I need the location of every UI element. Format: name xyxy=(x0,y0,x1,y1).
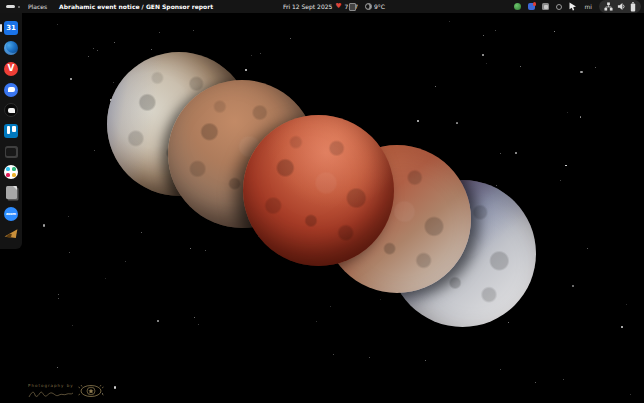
photographer-watermark: Photography by xyxy=(28,383,104,399)
star xyxy=(417,120,419,122)
dock-item-vivaldi[interactable]: V xyxy=(3,61,19,77)
star xyxy=(58,298,59,299)
star xyxy=(114,386,116,388)
volume-icon xyxy=(617,2,626,11)
star xyxy=(260,53,261,54)
heart-icon: ♥ xyxy=(335,3,341,10)
star xyxy=(580,71,582,73)
tray-clipboard-icon[interactable] xyxy=(542,3,549,10)
dock-item-trello[interactable] xyxy=(3,123,19,139)
star xyxy=(198,324,199,325)
star xyxy=(500,153,501,154)
zoom-icon: zoom xyxy=(4,207,18,221)
system-status-menu[interactable] xyxy=(599,0,641,13)
star xyxy=(554,31,556,33)
workspace-dot[interactable] xyxy=(18,6,20,8)
signature-scribble xyxy=(28,389,74,399)
terminal-icon xyxy=(5,146,18,158)
focused-window-title[interactable]: Abrahamic event notice / GEN Sponsor rep… xyxy=(59,3,213,10)
eye-logo-icon xyxy=(78,383,104,399)
weather-moon-icon xyxy=(365,3,372,10)
star xyxy=(94,150,95,151)
chat-app-icon xyxy=(4,103,18,117)
dock-item-documents[interactable] xyxy=(3,185,19,201)
star xyxy=(105,278,106,279)
star xyxy=(560,180,561,181)
weather-indicator[interactable]: 9°C xyxy=(365,3,385,10)
dock-item-signal[interactable] xyxy=(3,82,19,98)
star xyxy=(495,30,496,31)
star xyxy=(57,24,58,25)
star xyxy=(482,54,484,56)
star xyxy=(43,224,45,226)
dock-item-kiwix[interactable] xyxy=(3,226,19,242)
dock-item-zoom[interactable]: zoom xyxy=(3,206,19,222)
dock-item-terminal[interactable] xyxy=(3,144,19,160)
star xyxy=(496,185,497,186)
star xyxy=(580,116,582,118)
temperature-label: 9°C xyxy=(374,3,385,10)
star xyxy=(520,66,521,67)
star xyxy=(425,360,426,361)
trello-icon xyxy=(4,124,18,138)
tray-cursor-icon[interactable] xyxy=(569,2,577,11)
top-bar: Places Abrahamic event notice / GEN Spon… xyxy=(0,0,644,13)
star xyxy=(565,165,567,167)
star xyxy=(97,50,98,51)
star xyxy=(141,232,142,233)
watermark-text: Photography by xyxy=(28,383,74,388)
desktop: Photography by Places Abrahamic event no… xyxy=(0,0,644,403)
star xyxy=(316,321,317,322)
star xyxy=(93,48,94,49)
dock: 31 V zoom xyxy=(0,13,22,249)
star xyxy=(486,63,487,64)
tray-chat-app-icon[interactable] xyxy=(528,3,535,10)
indicator-icon[interactable] xyxy=(349,3,356,11)
wallpaper: Photography by xyxy=(0,0,644,403)
star xyxy=(515,152,517,154)
star xyxy=(57,367,58,368)
star xyxy=(621,326,623,328)
clock-date: Fri 12 Sept 2025 xyxy=(283,3,332,10)
star xyxy=(456,122,458,124)
star xyxy=(630,394,631,395)
star xyxy=(508,322,509,323)
star xyxy=(380,299,381,300)
dock-item-chat-app[interactable] xyxy=(3,102,19,118)
active-workspace-pill[interactable] xyxy=(6,5,15,9)
star xyxy=(194,317,195,318)
network-icon xyxy=(604,2,613,11)
star xyxy=(626,304,627,305)
tray-green-app-icon[interactable] xyxy=(514,3,521,10)
dock-item-google-calendar[interactable]: 31 xyxy=(3,20,19,36)
star xyxy=(251,55,252,56)
star xyxy=(157,320,159,322)
tray-gear-icon[interactable] xyxy=(556,4,562,10)
keyboard-layout-indicator[interactable]: mi xyxy=(584,3,592,10)
workspace-indicator[interactable] xyxy=(6,5,20,9)
moon-phase-total-eclipse xyxy=(243,115,394,266)
star xyxy=(70,78,72,80)
star xyxy=(595,67,596,68)
kiwix-icon xyxy=(3,226,19,242)
clock-menu[interactable]: Fri 12 Sept 2025 ♥ 7:27 xyxy=(283,3,358,10)
star xyxy=(572,285,574,287)
star xyxy=(193,30,194,31)
google-calendar-icon: 31 xyxy=(4,21,18,35)
star xyxy=(113,82,114,83)
dock-item-slack[interactable] xyxy=(3,164,19,180)
star xyxy=(125,261,126,262)
star xyxy=(290,38,291,39)
dock-item-thunderbird[interactable] xyxy=(3,40,19,56)
star xyxy=(151,49,152,50)
places-menu[interactable]: Places xyxy=(28,3,47,10)
star xyxy=(72,325,73,326)
star xyxy=(114,42,115,43)
star xyxy=(369,357,370,358)
star xyxy=(435,86,436,87)
star xyxy=(449,21,450,22)
thunderbird-icon xyxy=(4,41,18,55)
vivaldi-icon: V xyxy=(4,62,18,76)
star xyxy=(587,248,588,249)
signal-icon xyxy=(4,83,18,97)
